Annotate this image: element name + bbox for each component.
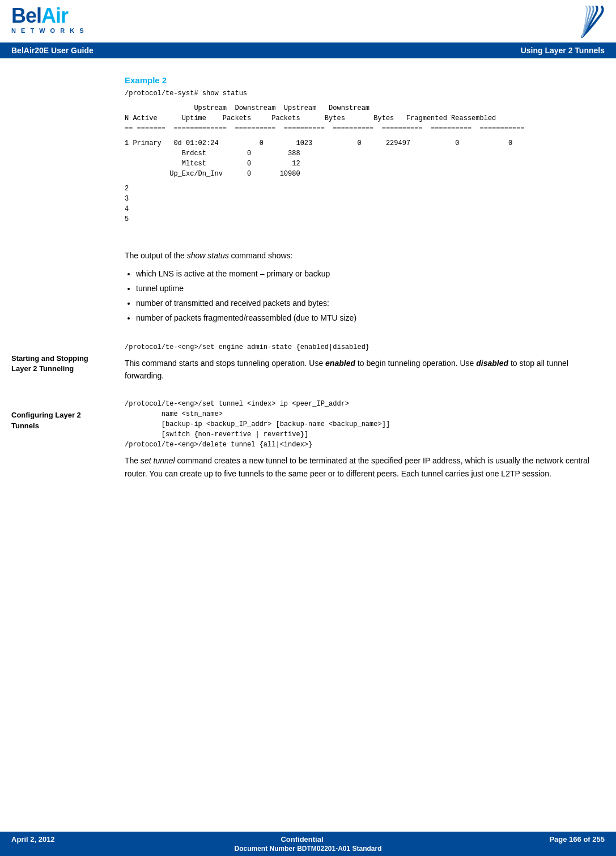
starting-stopping-label: Starting and Stopping Layer 2 Tunneling — [11, 354, 119, 374]
footer-top: April 2, 2012 Confidential Page 166 of 2… — [0, 832, 616, 845]
bullet-2: tunnel uptime — [136, 282, 605, 296]
logo-networks: N E T W O R K S — [11, 27, 86, 34]
output-intro-end: command shows: — [229, 251, 293, 260]
logo-air: Air — [41, 4, 68, 27]
show-status-italic: show status — [187, 251, 229, 260]
decorative-logo-icon — [559, 6, 605, 40]
title-bar: BelAir20E User Guide Using Layer 2 Tunne… — [0, 42, 616, 58]
set-tunnel-italic: set tunnel — [141, 456, 175, 465]
starting-stopping-main: /protocol/te-<eng>/set engine admin-stat… — [119, 342, 605, 388]
left-col-starting: Starting and Stopping Layer 2 Tunneling — [11, 342, 119, 388]
logo-bel: Bel — [11, 4, 41, 27]
left-col-empty — [11, 240, 119, 331]
configuring-para-start: The — [125, 456, 141, 465]
starting-command: /protocol/te-<eng>/set engine admin-stat… — [125, 342, 605, 352]
left-col-configuring: Configuring Layer 2 Tunnels — [11, 399, 119, 486]
configuring-para-text: command creates a new tunnel to be termi… — [125, 456, 589, 478]
output-intro-text: The output of the — [125, 251, 187, 260]
guide-title: BelAir20E User Guide — [11, 46, 94, 55]
output-main: The output of the show status command sh… — [119, 240, 605, 331]
footer-doc: Document Number BDTM02201-A01 Standard — [0, 845, 616, 856]
configuring-para: The set tunnel command creates a new tun… — [125, 454, 605, 480]
output-section: The output of the show status command sh… — [0, 240, 616, 342]
logo-area: BelAir N E T W O R K S — [11, 6, 86, 34]
starting-para-mid: to begin tunneling operation. Use — [355, 359, 476, 368]
bullet-4: number of packets fragmented/reassembled… — [136, 312, 605, 325]
belair-logo: BelAir — [11, 6, 86, 26]
left-column — [11, 70, 119, 229]
enabled-bold: enabled — [325, 359, 355, 368]
starting-para: This command starts and stops tunneling … — [125, 357, 605, 382]
example2-heading: Example 2 — [125, 75, 605, 85]
table-row1: 1 Primary 0d 01:02:24 0 1023 0 229497 0 … — [125, 138, 605, 179]
section-title: Using Layer 2 Tunnels — [521, 46, 605, 55]
footer-page: Page 166 of 255 — [549, 835, 605, 844]
table-header: Upstream Downstream Upstream Downstream … — [125, 103, 605, 134]
configuring-label: Configuring Layer 2 Tunnels — [11, 410, 119, 431]
footer: April 2, 2012 Confidential Page 166 of 2… — [0, 832, 616, 856]
starting-para-text: This command starts and stops tunneling … — [125, 359, 325, 368]
main-column: Example 2 /protocol/te-syst# show status… — [119, 70, 605, 229]
example2-command1: /protocol/te-syst# show status — [125, 88, 605, 99]
line-numbers: 2 3 4 5 — [125, 184, 605, 224]
logo-right-graphic — [559, 6, 605, 40]
bullet-3: number of transmitted and received packe… — [136, 297, 605, 310]
configuring-main: /protocol/te-<eng>/set tunnel <index> ip… — [119, 399, 605, 486]
main-content: Example 2 /protocol/te-syst# show status… — [0, 58, 616, 240]
disabled-bold: disabled — [476, 359, 508, 368]
configuring-command: /protocol/te-<eng>/set tunnel <index> ip… — [125, 399, 605, 450]
footer-confidential: Confidential — [281, 835, 323, 844]
bullet-1: which LNS is active at the moment – prim… — [136, 267, 605, 281]
footer-date: April 2, 2012 — [11, 835, 55, 844]
page-header: BelAir N E T W O R K S — [0, 0, 616, 42]
output-intro: The output of the show status command sh… — [125, 249, 605, 262]
configuring-section: Configuring Layer 2 Tunnels /protocol/te… — [0, 399, 616, 497]
starting-stopping-section: Starting and Stopping Layer 2 Tunneling … — [0, 342, 616, 399]
output-bullets: which LNS is active at the moment – prim… — [136, 267, 605, 325]
